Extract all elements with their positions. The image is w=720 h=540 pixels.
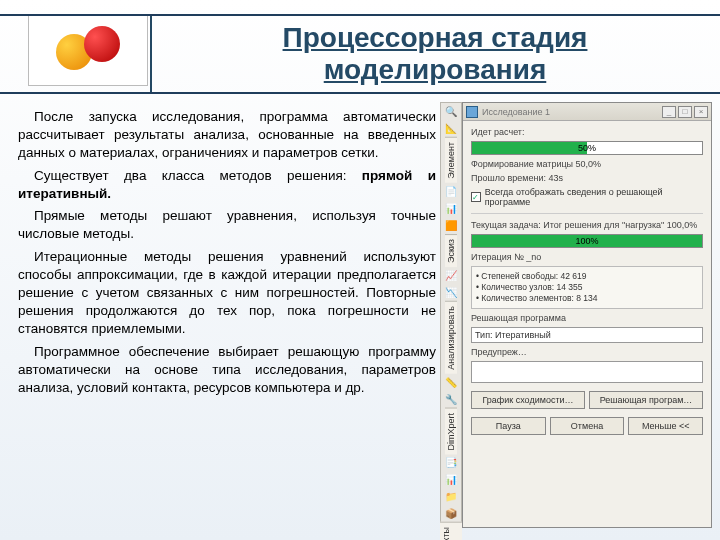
stat-nodes: • Количество узлов: 14 355 bbox=[476, 282, 698, 293]
stats-box: • Степеней свободы: 42 619 • Количество … bbox=[471, 266, 703, 309]
always-show-row[interactable]: ✓ Всегда отображать сведения о решающей … bbox=[471, 187, 703, 207]
dialog-body: Идет расчет: 50% Формирование матрицы 50… bbox=[463, 121, 711, 527]
minimize-button[interactable]: _ bbox=[662, 106, 676, 118]
elapsed-label: Прошло времени: 43s bbox=[471, 173, 703, 183]
vtool-analyze-label[interactable]: Анализировать bbox=[445, 301, 457, 374]
progress-text-2: 100% bbox=[472, 235, 702, 247]
folder-icon[interactable]: 📁 bbox=[443, 491, 459, 502]
solver-settings-button[interactable]: Решающая програм… bbox=[589, 391, 703, 409]
maximize-button[interactable]: □ bbox=[678, 106, 692, 118]
bar-icon[interactable]: 📊 bbox=[443, 474, 459, 485]
matrix-label: Формирование матрицы 50,0% bbox=[471, 159, 703, 169]
para-4: Итерационные методы решения уравнений ис… bbox=[18, 248, 436, 339]
vertical-toolbars: 🔍 📐 Элемент 📄 📊 🟧 Эскиз 📈 📉 Анализироват… bbox=[440, 102, 462, 528]
cancel-button[interactable]: Отмена bbox=[550, 417, 625, 435]
slide-title: Процессорная стадия моделирования bbox=[170, 22, 700, 86]
less-button[interactable]: Меньше << bbox=[628, 417, 703, 435]
solver-heading: Решающая программа bbox=[471, 313, 703, 323]
slide-header: Процессорная стадия моделирования bbox=[0, 14, 720, 94]
checkbox-icon[interactable]: ✓ bbox=[471, 192, 481, 202]
magnify-icon[interactable]: 🔍 bbox=[443, 106, 459, 117]
always-show-label: Всегда отображать сведения о решающей пр… bbox=[485, 187, 703, 207]
pause-button[interactable]: Пауза bbox=[471, 417, 546, 435]
solver-type-field: Тип: Итеративный bbox=[471, 327, 703, 343]
para-1: После запуска исследования, программа ав… bbox=[18, 108, 436, 163]
geometry-icon[interactable]: 📐 bbox=[443, 123, 459, 134]
dialog-title: Исследование 1 bbox=[482, 107, 550, 117]
convergence-graph-button[interactable]: График сходимости… bbox=[471, 391, 585, 409]
progress-bar-2: 100% bbox=[471, 234, 703, 248]
progress-text-1: 50% bbox=[472, 142, 702, 154]
vtool-office-label[interactable]: Продукты Office bbox=[440, 522, 462, 540]
para-2: Существует два класса методов решения: п… bbox=[18, 167, 436, 203]
task-label: Текущая задача: Итог решения для "нагруз… bbox=[471, 220, 703, 230]
solver-dialog: Исследование 1 _ □ × Идет расчет: 50% Фо… bbox=[462, 102, 712, 528]
vtool-sketch-label[interactable]: Эскиз bbox=[445, 234, 457, 267]
vtool-element[interactable]: 🔍 📐 Элемент 📄 📊 🟧 Эскиз 📈 📉 Анализироват… bbox=[440, 102, 462, 528]
stat-dof: • Степеней свободы: 42 619 bbox=[476, 271, 698, 282]
package-icon[interactable]: 📦 bbox=[443, 508, 459, 519]
dialog-icon bbox=[466, 106, 478, 118]
para-3: Прямые методы решают уравнения, использу… bbox=[18, 207, 436, 243]
sheet-icon[interactable]: 📑 bbox=[443, 457, 459, 468]
warnings-label: Предупреж… bbox=[471, 347, 703, 357]
vtool-element-label[interactable]: Элемент bbox=[445, 137, 457, 183]
graph-up-icon[interactable]: 📈 bbox=[443, 270, 459, 281]
vtool-dimxpert-label[interactable]: DimXpert bbox=[445, 408, 457, 455]
doc-icon[interactable]: 📄 bbox=[443, 186, 459, 197]
app-screenshot: 🔍 📐 Элемент 📄 📊 🟧 Эскиз 📈 📉 Анализироват… bbox=[440, 102, 712, 528]
iteration-label: Итерация № _no bbox=[471, 252, 703, 262]
warnings-field bbox=[471, 361, 703, 383]
close-button[interactable]: × bbox=[694, 106, 708, 118]
slide-body: После запуска исследования, программа ав… bbox=[18, 108, 436, 401]
solving-label: Идет расчет: bbox=[471, 127, 703, 137]
chart-icon[interactable]: 📊 bbox=[443, 203, 459, 214]
progress-bar-1: 50% bbox=[471, 141, 703, 155]
dialog-titlebar[interactable]: Исследование 1 _ □ × bbox=[463, 103, 711, 121]
graph-down-icon[interactable]: 📉 bbox=[443, 287, 459, 298]
para-5: Программное обеспечение выбирает решающу… bbox=[18, 343, 436, 398]
ruler-icon[interactable]: 📏 bbox=[443, 377, 459, 388]
stat-elements: • Количество элементов: 8 134 bbox=[476, 293, 698, 304]
block-icon[interactable]: 🟧 bbox=[443, 220, 459, 231]
wrench-icon[interactable]: 🔧 bbox=[443, 394, 459, 405]
